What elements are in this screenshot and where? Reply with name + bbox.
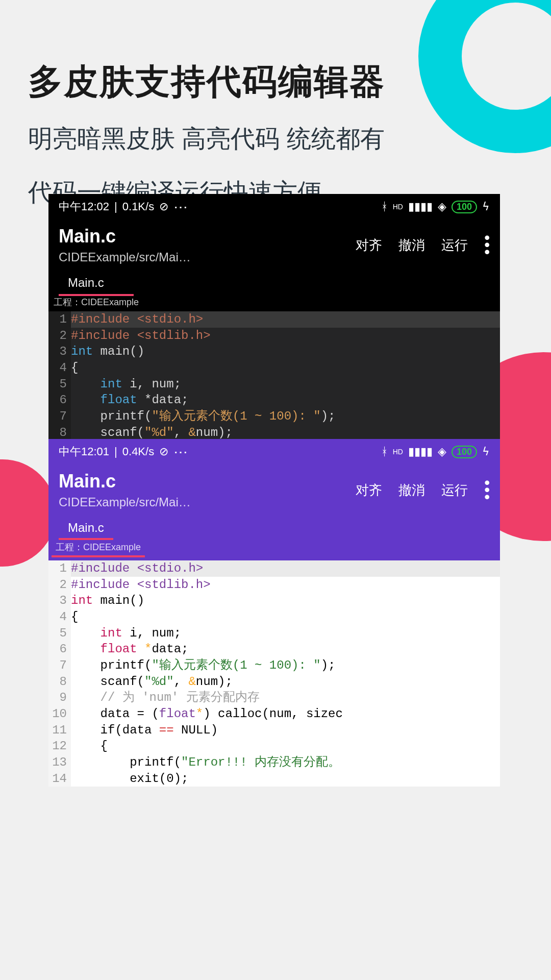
wifi-icon: ◈ <box>438 200 446 213</box>
file-title: Main.c <box>59 471 356 492</box>
app-bar: Main.c CIDEExample/src/Mai… 对齐 撤消 运行 ••• <box>48 464 500 517</box>
do-not-disturb-icon: ⊘ <box>159 445 168 458</box>
align-button[interactable]: 对齐 <box>356 236 382 254</box>
battery-indicator: 100 <box>452 446 477 458</box>
status-more-icon <box>173 199 188 215</box>
bluetooth-icon: ᚼ <box>381 200 388 213</box>
status-net-speed: 0.4K/s <box>122 445 154 458</box>
status-bar: 中午12:01| 0.4K/s ⊘ ᚼ HD ▮▮▮▮ ◈ 100 ϟ <box>48 439 500 464</box>
phone-preview-light: 中午12:01| 0.4K/s ⊘ ᚼ HD ▮▮▮▮ ◈ 100 ϟ Main… <box>48 439 500 787</box>
tab-bar: Main.c <box>48 517 500 540</box>
hero-subtitle-1: 明亮暗黑皮肤 高亮代码 统统都有 <box>28 119 520 159</box>
status-net-speed: 0.1K/s <box>122 200 154 213</box>
tab-main-c[interactable]: Main.c <box>59 272 113 295</box>
signal-icon: ▮▮▮▮ <box>408 445 433 458</box>
tab-bar: Main.c <box>48 272 500 295</box>
hd-icon: HD <box>393 448 403 456</box>
file-path: CIDEExample/src/Mai… <box>59 495 356 509</box>
file-path: CIDEExample/src/Mai… <box>59 250 356 264</box>
hd-icon: HD <box>393 203 403 211</box>
more-menu-icon[interactable]: ••• <box>484 235 490 255</box>
battery-indicator: 100 <box>452 201 477 213</box>
more-menu-icon[interactable]: ••• <box>484 480 490 500</box>
run-button[interactable]: 运行 <box>441 236 468 254</box>
decoration-pink-small <box>0 459 56 567</box>
charging-icon: ϟ <box>482 200 490 213</box>
app-bar: Main.c CIDEExample/src/Mai… 对齐 撤消 运行 ••• <box>48 219 500 272</box>
tab-main-c[interactable]: Main.c <box>59 517 113 540</box>
undo-button[interactable]: 撤消 <box>398 236 425 254</box>
align-button[interactable]: 对齐 <box>356 481 382 499</box>
do-not-disturb-icon: ⊘ <box>159 200 168 213</box>
project-label: 工程：CIDEExample <box>48 295 500 311</box>
code-editor-light[interactable]: 1#include <stdio.h> 2#include <stdlib.h>… <box>48 560 500 787</box>
charging-icon: ϟ <box>482 445 490 458</box>
undo-button[interactable]: 撤消 <box>398 481 425 499</box>
wifi-icon: ◈ <box>438 445 446 458</box>
status-time: 中午12:01 <box>59 444 109 459</box>
hero-block: 多皮肤支持代码编辑器 明亮暗黑皮肤 高亮代码 统统都有 代码一键编译运行快速方便 <box>28 59 520 212</box>
run-button[interactable]: 运行 <box>441 481 468 499</box>
project-label: 工程：CIDEExample <box>52 540 145 557</box>
hero-title: 多皮肤支持代码编辑器 <box>28 59 520 105</box>
signal-icon: ▮▮▮▮ <box>408 200 433 213</box>
status-bar: 中午12:02| 0.1K/s ⊘ ᚼ HD ▮▮▮▮ ◈ 100 ϟ <box>48 194 500 219</box>
status-more-icon <box>173 444 188 460</box>
status-time: 中午12:02 <box>59 199 109 214</box>
file-title: Main.c <box>59 226 356 247</box>
bluetooth-icon: ᚼ <box>381 445 388 458</box>
